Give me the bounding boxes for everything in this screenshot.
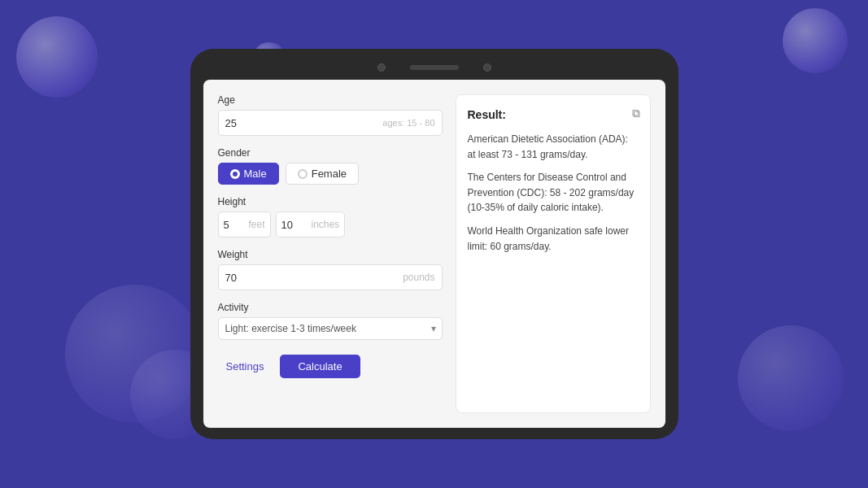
height-label: Height	[218, 196, 443, 207]
buttons-row: Settings Calculate	[218, 355, 443, 378]
tablet-camera	[377, 63, 386, 72]
feet-unit-label: feet	[249, 219, 265, 230]
gender-label: Gender	[218, 147, 443, 159]
height-field-group: Height feet inches	[218, 196, 443, 237]
activity-select-wrapper: Sedentary: little or no exercise Light: …	[218, 317, 443, 340]
weight-label: Weight	[218, 249, 443, 260]
calculate-button[interactable]: Calculate	[280, 355, 360, 378]
height-feet-input[interactable]	[224, 219, 246, 231]
result-text-3: World Health Organization safe lower lim…	[468, 225, 630, 252]
radio-dot-male	[230, 169, 240, 179]
age-label: Age	[218, 94, 443, 106]
tablet-camera-right	[483, 63, 491, 72]
form-panel: Age ages: 15 - 80 Gender Male Female	[218, 94, 443, 413]
age-row: ages: 15 - 80	[218, 110, 443, 136]
gender-male-option[interactable]: Male	[218, 163, 279, 185]
inches-unit-label: inches	[312, 219, 340, 230]
decorative-sphere-1	[16, 16, 98, 98]
activity-label: Activity	[218, 302, 443, 313]
weight-input[interactable]	[225, 272, 274, 284]
result-text-2: The Centers for Disease Control and Prev…	[468, 172, 635, 213]
age-input[interactable]	[225, 117, 274, 129]
gender-female-option[interactable]: Female	[286, 163, 359, 185]
copy-icon[interactable]: ⧉	[632, 105, 640, 122]
result-panel: Result: ⧉ American Dietetic Association …	[456, 94, 651, 413]
activity-select[interactable]: Sedentary: little or no exercise Light: …	[218, 317, 443, 340]
gender-field-group: Gender Male Female	[218, 147, 443, 185]
result-block-1: American Dietetic Association (ADA): at …	[468, 132, 639, 162]
tablet-speaker	[410, 65, 459, 70]
tablet-top-bar	[203, 63, 665, 72]
height-inches-box: inches	[276, 211, 346, 237]
settings-button[interactable]: Settings	[218, 355, 273, 377]
gender-male-label: Male	[244, 168, 267, 180]
radio-dot-female	[298, 169, 308, 179]
result-text-1: American Dietetic Association (ADA): at …	[468, 133, 628, 160]
height-row: feet inches	[218, 211, 443, 237]
age-field-group: Age ages: 15 - 80	[218, 94, 443, 136]
tablet-frame: Age ages: 15 - 80 Gender Male Female	[190, 49, 678, 439]
height-feet-box: feet	[218, 211, 271, 237]
activity-field-group: Activity Sedentary: little or no exercis…	[218, 302, 443, 340]
result-block-3: World Health Organization safe lower lim…	[468, 224, 639, 254]
decorative-sphere-6	[738, 325, 844, 431]
weight-field-group: Weight pounds	[218, 249, 443, 290]
age-hint: ages: 15 - 80	[382, 118, 434, 128]
weight-box: pounds	[218, 264, 443, 290]
decorative-sphere-3	[783, 8, 848, 73]
tablet-screen: Age ages: 15 - 80 Gender Male Female	[203, 80, 665, 428]
gender-female-label: Female	[312, 168, 347, 180]
result-title: Result:	[468, 107, 639, 124]
result-block-2: The Centers for Disease Control and Prev…	[468, 170, 639, 216]
gender-options-row: Male Female	[218, 163, 443, 185]
height-inches-input[interactable]	[281, 219, 309, 231]
weight-unit-label: pounds	[403, 272, 434, 283]
